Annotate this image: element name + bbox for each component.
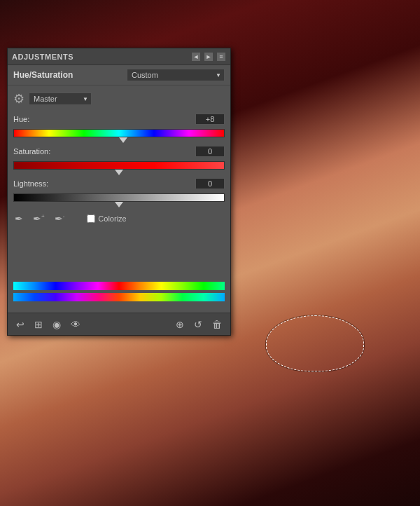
panel-expand-button[interactable]: ► [204,52,214,62]
eyedropper-subtract-icon[interactable]: ✒- [53,212,66,226]
hs-label: Hue/Saturation [13,70,73,80]
circle-icon[interactable]: ◉ [50,317,64,331]
panel-toolbar: ↩ ⊞ ◉ 👁 ⊕ ↺ 🗑 [8,313,230,335]
result-color-bar [13,293,225,301]
empty-area [13,233,225,275]
saturation-label: Saturation: [13,147,50,156]
channel-select[interactable]: Master Reds Yellows Greens Cyans Blues M… [29,93,92,105]
adjustments-panel: ADJUSTMENTS ◄ ► ≡ Hue/Saturation Custom … [7,48,231,336]
colorize-label[interactable]: Colorize [87,214,126,223]
preset-select-wrapper: Custom Default Cyanotype Increase Satura… [127,69,225,81]
source-color-bar [13,282,225,290]
color-bars [13,282,225,301]
panel-menu-button[interactable]: ≡ [216,52,226,62]
link-icon[interactable]: ⊕ [173,317,187,331]
eyedropper-icon[interactable]: ✒ [13,212,24,226]
toolbar-left: ↩ ⊞ ◉ 👁 [13,317,83,331]
hue-value-input[interactable] [195,114,225,125]
trash-icon[interactable]: 🗑 [209,317,225,331]
channel-icon[interactable]: ⚙ [13,91,24,107]
panel-collapse-button[interactable]: ◄ [191,52,201,62]
eye-icon[interactable]: 👁 [68,317,83,331]
saturation-label-row: Saturation: [13,146,225,157]
lightness-track[interactable] [13,193,225,202]
channel-row: ⚙ Master Reds Yellows Greens Cyans Blues… [13,91,225,107]
hue-thumb[interactable] [119,137,127,143]
panel-body: ⚙ Master Reds Yellows Greens Cyans Blues… [8,86,230,313]
channel-select-wrapper: Master Reds Yellows Greens Cyans Blues M… [29,93,92,105]
colorize-text: Colorize [98,214,126,223]
hue-track-container [13,126,225,140]
refresh-icon[interactable]: ↺ [191,317,205,331]
saturation-slider-row: Saturation: [13,146,225,172]
preset-select[interactable]: Custom Default Cyanotype Increase Satura… [127,69,225,81]
tools-row: ✒ ✒+ ✒- Colorize [13,212,225,226]
lightness-track-container [13,191,225,205]
eyedropper-add-icon[interactable]: ✒+ [31,212,46,226]
saturation-track[interactable] [13,161,225,170]
hs-header: Hue/Saturation Custom Default Cyanotype … [8,65,230,86]
lightness-slider-row: Lightness: [13,178,225,205]
lips-selection-outline [266,315,364,371]
panel-controls: ◄ ► ≡ [191,52,226,62]
hue-slider-row: Hue: [13,114,225,140]
colorize-checkbox[interactable] [87,214,95,223]
hue-label-row: Hue: [13,114,225,125]
panel-titlebar: ADJUSTMENTS ◄ ► ≡ [8,48,230,65]
layer-icon[interactable]: ⊞ [31,317,46,331]
saturation-value-input[interactable] [195,146,225,157]
lightness-value-input[interactable] [195,178,225,189]
toolbar-right: ⊕ ↺ 🗑 [173,317,225,331]
saturation-thumb[interactable] [115,170,123,175]
panel-title: ADJUSTMENTS [12,53,74,61]
lightness-label: Lightness: [13,179,48,188]
hue-label: Hue: [13,115,29,123]
saturation-track-container [13,158,225,172]
back-icon[interactable]: ↩ [13,317,27,331]
hue-track[interactable] [13,129,225,137]
lightness-label-row: Lightness: [13,178,225,189]
lightness-thumb[interactable] [115,202,123,207]
